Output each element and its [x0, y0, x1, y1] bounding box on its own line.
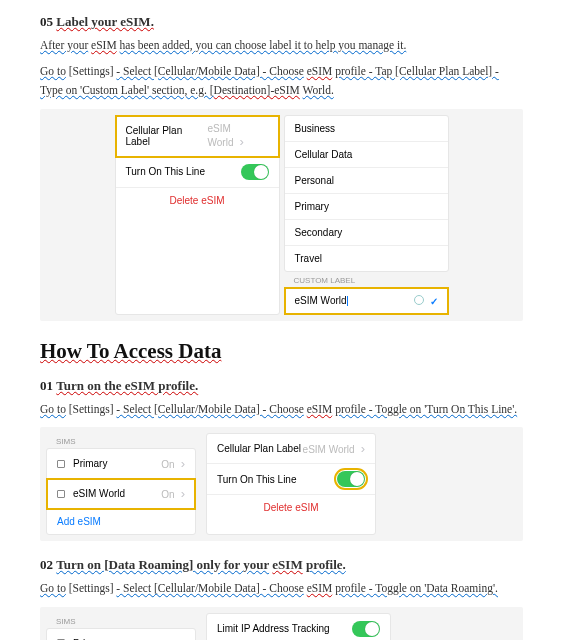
- sim-row-esim[interactable]: eSIM World On: [47, 479, 195, 509]
- step-num: 02: [40, 557, 53, 572]
- step-title: Turn on the eSIM profile.: [56, 378, 198, 393]
- row-delete-esim[interactable]: Delete eSIM: [207, 495, 375, 520]
- row-cellular-plan-label[interactable]: Cellular Plan Label eSIM World: [207, 434, 375, 464]
- label-option[interactable]: Business: [285, 116, 448, 142]
- step-01-line: Go to [Settings] - Select [Cellular/Mobi…: [40, 400, 523, 420]
- step-05-heading: 05 Label your eSIM.: [40, 14, 523, 30]
- row-delete-esim[interactable]: Delete eSIM: [116, 188, 279, 213]
- sim-status-icon: [57, 460, 65, 468]
- toggle-icon[interactable]: [337, 471, 365, 487]
- row-turn-on-line[interactable]: Turn On This Line: [116, 157, 279, 188]
- toggle-icon[interactable]: [352, 621, 380, 637]
- clear-icon[interactable]: [414, 295, 424, 305]
- custom-label-input[interactable]: eSIM World ✓: [285, 288, 448, 314]
- step-02-line: Go to [Settings] - Select [Cellular/Mobi…: [40, 579, 523, 599]
- ios-mock-label: Cellular Plan Label eSIM World Turn On T…: [40, 109, 523, 321]
- step-05-line2: Go to [Settings] - Select [Cellular/Mobi…: [40, 62, 523, 101]
- ios-mock-turnon: SIMs Primary On eSIM World On Add eSIM C…: [40, 427, 523, 541]
- step-02-heading: 02 Turn on [Data Roaming] only for your …: [40, 557, 523, 573]
- label-option[interactable]: Secondary: [285, 220, 448, 246]
- step-title: Label your eSIM.: [56, 14, 154, 29]
- sims-header: SIMs: [46, 433, 196, 448]
- row-limit-ip[interactable]: Limit IP Address Tracking: [207, 614, 390, 640]
- row-cellular-plan-label[interactable]: Cellular Plan Label eSIM World: [116, 116, 279, 157]
- sim-row-primary[interactable]: Primary On: [47, 629, 195, 640]
- row-turn-on-line[interactable]: Turn On This Line: [207, 464, 375, 495]
- step-num: 05: [40, 14, 53, 29]
- sims-header: SIMs: [46, 613, 196, 628]
- custom-label-header: CUSTOM LABEL: [284, 272, 449, 287]
- label-option[interactable]: Primary: [285, 194, 448, 220]
- label-option[interactable]: Personal: [285, 168, 448, 194]
- toggle-icon[interactable]: [241, 164, 269, 180]
- page-title: How To Access Data: [40, 339, 523, 364]
- check-icon[interactable]: ✓: [430, 296, 438, 307]
- ios-mock-roaming: SIMs Primary On eSIM World On Add eSIM L…: [40, 607, 523, 640]
- sim-status-icon: [57, 490, 65, 498]
- label-option[interactable]: Cellular Data: [285, 142, 448, 168]
- add-esim[interactable]: Add eSIM: [47, 509, 195, 534]
- step-num: 01: [40, 378, 53, 393]
- step-01-heading: 01 Turn on the eSIM profile.: [40, 378, 523, 394]
- sim-row-primary[interactable]: Primary On: [47, 449, 195, 479]
- step-05-line1: After your eSIM has been added, you can …: [40, 36, 523, 56]
- label-option[interactable]: Travel: [285, 246, 448, 271]
